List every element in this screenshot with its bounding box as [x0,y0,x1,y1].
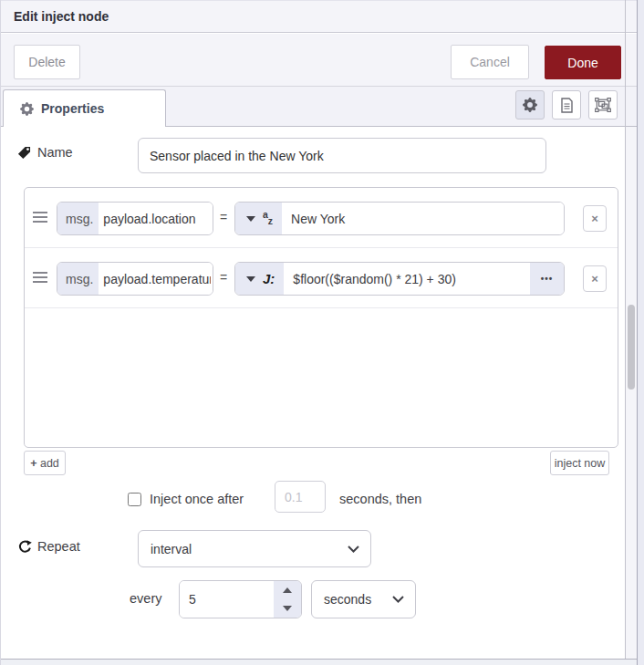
property-input[interactable] [99,203,213,234]
ellipsis-icon: ••• [541,274,554,284]
inject-once-checkbox[interactable] [128,493,141,506]
object-group-icon [595,98,611,112]
document-icon [560,98,574,113]
msg-prefix: msg. [57,263,99,295]
interval-value-input[interactable] [180,581,274,618]
edit-inject-node-dialog: Edit inject node Delete Cancel Done Prop… [0,0,637,665]
properties-form: Name msg. = az × [1,127,627,659]
remove-rule-button[interactable]: × [583,205,607,232]
interval-value-field [179,580,302,618]
spinner-down-button[interactable] [274,599,301,618]
spinner-up-button[interactable] [274,581,301,599]
dialog-header: Edit inject node [1,0,638,33]
arrow-down-icon [283,606,292,611]
jsonata-type-icon: J: [263,271,275,286]
drag-handle-icon[interactable] [33,212,47,225]
dialog-title: Edit inject node [14,9,109,24]
properties-tab-button[interactable] [515,90,545,119]
repeat-label: Repeat [37,539,80,554]
chevron-down-icon [392,596,404,603]
inject-once-row: Inject once after seconds, then [1,486,627,523]
remove-rule-button[interactable]: × [583,265,607,292]
scrollbar-thumb[interactable] [628,305,635,390]
repeat-row: Repeat interval [1,530,627,576]
done-button[interactable]: Done [545,46,621,79]
property-field: msg. [57,202,213,235]
dialog-toolbar: Delete Cancel Done [1,34,638,87]
rule-row: msg. = az × [25,188,618,248]
type-select-button[interactable]: J: [235,263,284,295]
equals-sign: = [220,210,227,224]
number-spinner [274,581,301,618]
caret-down-icon [246,216,255,222]
inject-once-label: Inject once after [150,492,244,506]
delete-button[interactable]: Delete [14,45,80,79]
rule-row: msg. = J: ••• × [25,248,618,308]
typed-input-field: J: ••• [234,262,565,296]
rules-list: msg. = az × msg. [24,187,618,448]
equals-sign: = [220,270,227,285]
name-label: Name [37,145,73,160]
caret-down-icon [246,276,255,282]
workspace-edge [637,0,644,665]
interval-unit-select[interactable]: seconds [311,580,416,618]
expand-expression-button[interactable]: ••• [530,263,564,295]
gear-icon [20,102,34,116]
cancel-button[interactable]: Cancel [451,45,529,79]
arrow-up-icon [283,587,292,593]
repeat-icon [18,540,32,554]
value-input[interactable] [282,203,564,234]
type-select-button[interactable]: az [235,203,282,234]
gear-icon [523,98,537,112]
plus-icon: + [30,457,36,470]
typed-input-field: az [234,202,565,235]
repeat-select[interactable]: interval [138,530,371,567]
chevron-down-icon [348,546,359,553]
expression-input[interactable] [284,263,530,295]
inject-now-button[interactable]: inject now [550,451,609,475]
seconds-then-label: seconds, then [339,492,421,506]
once-delay-input[interactable] [275,481,326,513]
appearance-tab-button[interactable] [588,90,618,119]
property-input[interactable] [99,263,213,295]
msg-prefix: msg. [57,203,99,234]
every-row: every seconds [1,580,627,626]
drag-handle-icon[interactable] [33,272,47,286]
tab-properties[interactable]: Properties [3,89,166,127]
tab-properties-label: Properties [41,101,104,116]
property-field: msg. [57,262,213,296]
dialog-bottom-edge [1,659,644,665]
string-type-icon: az [263,213,273,223]
tab-bar: Properties [1,87,638,127]
add-rule-button[interactable]: + add [24,451,66,475]
every-label: every [130,591,161,606]
tag-icon [17,146,31,160]
name-input[interactable] [138,138,546,173]
description-tab-button[interactable] [552,90,581,119]
